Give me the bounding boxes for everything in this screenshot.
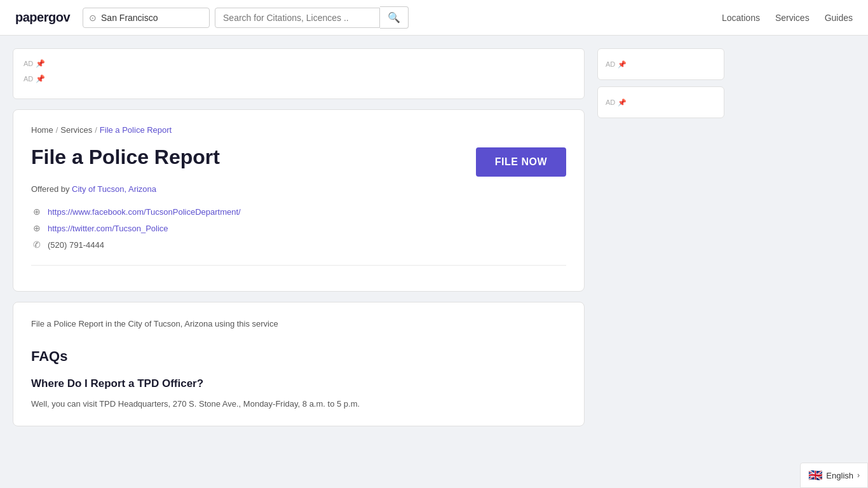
header: papergov ⊙ 🔍 Locations Services Guides <box>0 0 868 36</box>
search-bar: ⊙ 🔍 <box>83 6 409 29</box>
main-content: AD 📌 AD 📌 Home / Services / File a Polic… <box>13 48 585 426</box>
nav-services[interactable]: Services <box>775 13 810 23</box>
twitter-link-item: ⊕ https://twitter.com/Tucson_Police <box>31 223 566 233</box>
location-input[interactable] <box>83 8 210 28</box>
search-button[interactable]: 🔍 <box>380 6 409 29</box>
breadcrumb-current: File a Police Report <box>100 125 172 135</box>
breadcrumb-home[interactable]: Home <box>31 125 53 135</box>
facebook-link[interactable]: https://www.facebook.com/TucsonPoliceDep… <box>48 207 241 217</box>
globe-icon-1: ⊕ <box>31 207 43 217</box>
divider <box>31 265 566 266</box>
search-input[interactable] <box>215 8 380 28</box>
ad-label-2: AD 📌 <box>24 74 574 83</box>
sidebar-ad-text-2: AD <box>606 98 615 106</box>
faq1-question: Where Do I Report a TPD Officer? <box>31 377 566 390</box>
nav-locations[interactable]: Locations <box>722 13 760 23</box>
service-title: File a Police Report <box>31 145 220 169</box>
sidebar-ad-2: AD 📌 <box>597 86 724 118</box>
ad-label-1: AD 📌 <box>24 59 574 68</box>
logo[interactable]: papergov <box>15 10 70 25</box>
ad-text-2: AD <box>24 75 33 83</box>
header-left: papergov ⊙ 🔍 <box>15 6 409 29</box>
phone-link-item: ✆ (520) 791-4444 <box>31 240 566 250</box>
service-card: Home / Services / File a Police Report F… <box>13 109 585 292</box>
sidebar: AD 📌 AD 📌 <box>597 48 724 426</box>
phone-icon: ✆ <box>31 240 43 250</box>
twitter-link[interactable]: https://twitter.com/Tucson_Police <box>48 224 168 233</box>
header-nav: Locations Services Guides <box>722 13 853 23</box>
page-wrapper: AD 📌 AD 📌 Home / Services / File a Polic… <box>0 36 868 439</box>
description-card: File a Police Report in the City of Tucs… <box>13 302 585 426</box>
ad-pin-icon-1: 📌 <box>36 59 45 68</box>
sidebar-ad-pin-1: 📌 <box>618 60 627 69</box>
breadcrumb-services[interactable]: Services <box>60 125 92 135</box>
description-text: File a Police Report in the City of Tucs… <box>31 318 566 330</box>
offered-by-prefix: Offered by <box>31 184 69 194</box>
faq1-answer: Well, you can visit TPD Headquarters, 27… <box>31 398 566 411</box>
facebook-link-item: ⊕ https://www.facebook.com/TucsonPoliceD… <box>31 207 566 217</box>
sidebar-ad-text-1: AD <box>606 60 615 68</box>
service-header: File a Police Report FILE NOW <box>31 145 566 177</box>
search-icon: 🔍 <box>388 11 400 24</box>
search-input-wrapper: 🔍 <box>215 6 409 29</box>
location-input-wrapper: ⊙ <box>83 8 210 28</box>
sidebar-ad-pin-2: 📌 <box>618 98 627 107</box>
contact-links: ⊕ https://www.facebook.com/TucsonPoliceD… <box>31 207 566 250</box>
ad-text-1: AD <box>24 60 33 67</box>
offered-by: Offered by City of Tucson, Arizona <box>31 184 566 194</box>
location-icon: ⊙ <box>89 13 97 23</box>
ad-pin-icon-2: 📌 <box>36 74 45 83</box>
breadcrumb-sep1: / <box>56 125 58 135</box>
breadcrumb: Home / Services / File a Police Report <box>31 125 566 135</box>
offered-by-link[interactable]: City of Tucson, Arizona <box>72 184 156 194</box>
sidebar-ad-1: AD 📌 <box>597 48 724 80</box>
nav-guides[interactable]: Guides <box>825 13 853 23</box>
globe-icon-2: ⊕ <box>31 223 43 233</box>
breadcrumb-sep2: / <box>95 125 97 135</box>
file-now-button[interactable]: FILE NOW <box>476 147 566 177</box>
faqs-title: FAQs <box>31 348 566 365</box>
phone-number: (520) 791-4444 <box>48 240 104 250</box>
ad-box-top: AD 📌 AD 📌 <box>13 48 585 99</box>
